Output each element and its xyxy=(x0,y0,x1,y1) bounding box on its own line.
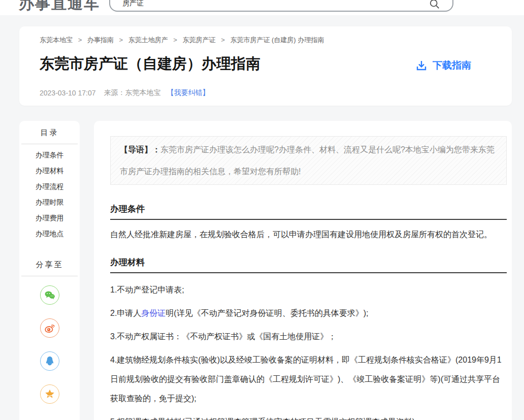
toc-item-conditions[interactable]: 办理条件 xyxy=(19,147,80,163)
toc-item-time-limit[interactable]: 办理时限 xyxy=(19,195,80,210)
toc-item-location[interactable]: 办理地点 xyxy=(19,226,80,242)
share-block: 分享至 xyxy=(19,253,80,404)
search-icon[interactable] xyxy=(429,0,440,10)
breadcrumb-separator: > xyxy=(78,36,82,44)
breadcrumb: 东莞本地宝 > 办事指南 > 东莞土地房产 > 东莞房产证 > 东莞市房产证 (… xyxy=(40,36,324,45)
intro-box: 【导语】：东莞市房产证办理该怎么办理呢?办理条件、材料、流程又是什么呢?本地宝小… xyxy=(110,136,507,185)
id-card-link[interactable]: 身份证 xyxy=(141,309,166,317)
share-title: 分享至 xyxy=(19,253,80,270)
material-item-1: 1.不动产登记申请表; xyxy=(110,280,507,300)
toc-item-materials[interactable]: 办理材料 xyxy=(19,163,80,179)
breadcrumb-separator: > xyxy=(119,36,123,44)
search-value[interactable]: 房产证 xyxy=(122,0,144,8)
share-wechat-button[interactable] xyxy=(40,285,59,305)
download-guide-label: 下载指南 xyxy=(433,59,471,72)
materials-list: 1.不动产登记申请表; 2.申请人身份证明(详见《不动产登记对身份证明、委托书的… xyxy=(110,280,507,420)
toc-item-fees[interactable]: 办理费用 xyxy=(19,210,80,226)
qq-icon xyxy=(44,355,56,367)
material-item-3: 3.不动产权属证书：《不动产权证书》或《国有土地使用证》； xyxy=(110,327,507,346)
report-error-link[interactable]: 【我要纠错】 xyxy=(167,88,210,98)
material-item-2-suffix: 明(详见《不动产登记对身份证明、委托书的具体要求》); xyxy=(166,309,368,317)
toc-list: 办理条件 办理材料 办理流程 办理时限 办理费用 办理地点 xyxy=(19,147,80,242)
download-guide-button[interactable]: 下载指南 xyxy=(415,59,471,72)
share-qq-button[interactable] xyxy=(40,351,59,371)
article-source: 来源：东莞本地宝 xyxy=(104,88,161,98)
article-meta: 2023-03-10 17:07 来源：东莞本地宝 【我要纠错】 xyxy=(40,88,210,98)
breadcrumb-land-property[interactable]: 东莞土地房产 xyxy=(128,36,168,44)
material-item-2-prefix: 2.申请人 xyxy=(110,309,141,317)
wechat-icon xyxy=(44,289,56,301)
breadcrumb-home[interactable]: 东莞本地宝 xyxy=(40,36,73,44)
conditions-text: 自然人经批准新建房屋，在规划验收合格后，可以申请办理国有建设用地使用权及房屋所有… xyxy=(110,227,507,242)
section-heading-conditions: 办理条件 xyxy=(110,203,507,220)
article-header-panel: 东莞本地宝 > 办事指南 > 东莞土地房产 > 东莞房产证 > 东莞市房产证 (… xyxy=(19,26,512,106)
share-list xyxy=(19,285,80,404)
breadcrumb-separator: > xyxy=(221,36,225,44)
toc-item-process[interactable]: 办理流程 xyxy=(19,179,80,195)
article-body-panel: 【导语】：东莞市房产证办理该怎么办理呢?办理条件、材料、流程又是什么呢?本地宝小… xyxy=(94,121,512,420)
search-input[interactable]: 房产证 xyxy=(109,0,453,12)
breadcrumb-property-cert[interactable]: 东莞房产证 xyxy=(183,36,216,44)
share-weibo-button[interactable] xyxy=(40,318,59,338)
breadcrumb-current-page: 东莞市房产证 (自建房) 办理指南 xyxy=(230,36,324,44)
material-item-4: 4.建筑物经规划条件核实(验收)以及经竣工验收备案的证明材料，即《工程规划条件核… xyxy=(110,350,507,408)
weibo-icon xyxy=(44,322,56,334)
download-icon xyxy=(415,59,428,72)
section-heading-materials: 办理材料 xyxy=(110,256,507,273)
toc-title: 目录 xyxy=(19,121,80,138)
breadcrumb-guides[interactable]: 办事指南 xyxy=(87,36,114,44)
publish-date: 2023-03-10 17:07 xyxy=(40,89,96,97)
intro-label: 【导语】： xyxy=(120,145,160,154)
material-item-2: 2.申请人身份证明(详见《不动产登记对身份证明、委托书的具体要求》); xyxy=(110,304,507,323)
share-divider xyxy=(21,276,78,276)
breadcrumb-separator: > xyxy=(173,36,177,44)
qzone-icon xyxy=(44,388,56,400)
material-item-5: 5.权籍调查成果材料(已通过权籍调查管理系统审查的项目无需提交权籍调查成果资料)… xyxy=(110,412,507,420)
intro-text: 东莞市房产证办理该怎么办理呢?办理条件、材料、流程又是什么呢?本地宝小编为您带来… xyxy=(120,145,495,176)
page: 办事直通车 房产证 东莞本地宝 > 办事指南 > 东莞土地房产 > 东莞房产证 … xyxy=(0,0,524,420)
sidebar: 目录 办理条件 办理材料 办理流程 办理时限 办理费用 办理地点 分享至 xyxy=(19,121,80,420)
toc-divider xyxy=(21,144,78,144)
site-logo[interactable]: 办事直通车 xyxy=(19,0,100,14)
page-title: 东莞市房产证（自建房）办理指南 xyxy=(40,54,260,74)
share-qzone-button[interactable] xyxy=(40,384,59,404)
